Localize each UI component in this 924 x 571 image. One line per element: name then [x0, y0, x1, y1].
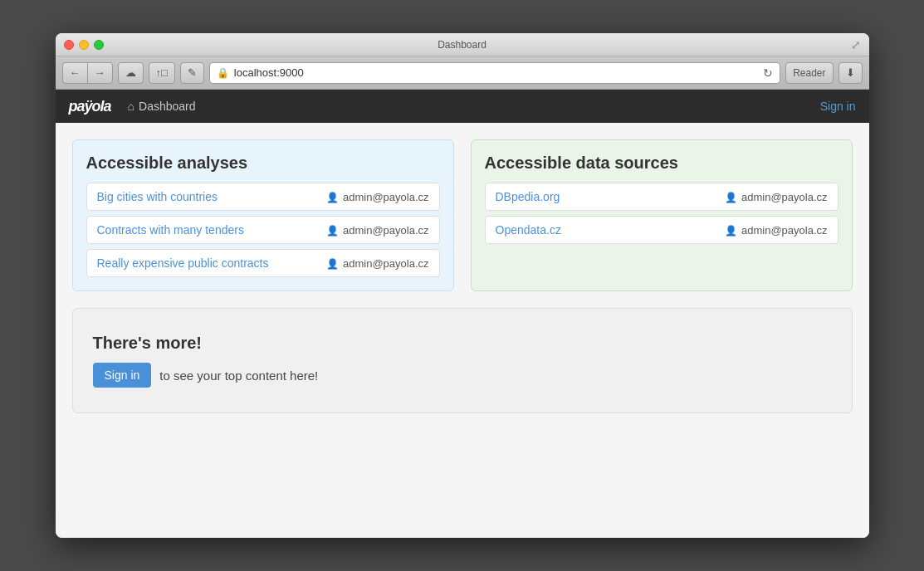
url-text: localhost:9000: [234, 66, 758, 79]
window-title: Dashboard: [438, 39, 486, 51]
analysis-link-3[interactable]: Really expensive public contracts: [97, 256, 269, 270]
resize-icon: ⤢: [851, 38, 861, 51]
datasource-link-2[interactable]: Opendata.cz: [496, 223, 561, 237]
signin-nav-link[interactable]: Sign in: [820, 100, 856, 113]
analysis-link-1[interactable]: Big cities with countries: [97, 190, 218, 203]
more-text: to see your top content here!: [159, 368, 318, 383]
url-bar[interactable]: 🔒 localhost:9000 ↻: [209, 62, 780, 84]
analysis-link-2[interactable]: Contracts with many tenders: [97, 223, 244, 237]
analyses-title: Accessible analyses: [86, 154, 440, 173]
list-item[interactable]: Big cities with countries admin@payola.c…: [86, 183, 440, 211]
close-button[interactable]: [64, 40, 74, 50]
title-bar: Dashboard ⤢: [56, 33, 869, 56]
maximize-button[interactable]: [94, 40, 104, 50]
more-content: Sign in to see your top content here!: [93, 363, 832, 388]
analyses-panel: Accessible analyses Big cities with coun…: [72, 139, 454, 291]
datasource-user-1: admin@payola.cz: [725, 191, 828, 203]
analysis-user-3: admin@payola.cz: [326, 257, 429, 270]
download-button[interactable]: ⬇: [838, 62, 863, 84]
minimize-button[interactable]: [79, 40, 89, 50]
datasource-user-2: admin@payola.cz: [725, 224, 828, 237]
home-icon: ⌂: [128, 100, 134, 113]
window-controls: [64, 40, 104, 50]
analysis-user-2: admin@payola.cz: [326, 224, 429, 237]
reader-button[interactable]: Reader: [785, 62, 833, 84]
bookmark-button[interactable]: ✎: [180, 62, 204, 84]
list-item[interactable]: Contracts with many tenders admin@payola…: [86, 216, 440, 244]
cloud-button[interactable]: ☁: [118, 62, 144, 84]
user-icon-3: [326, 257, 339, 270]
main-content: Accessible analyses Big cities with coun…: [56, 123, 869, 538]
dashboard-link[interactable]: ⌂ Dashboard: [128, 100, 196, 113]
user-icon-2: [326, 224, 339, 237]
datasources-panel: Accessible data sources DBpedia.org admi…: [471, 139, 853, 291]
user-icon-ds-2: [725, 224, 737, 237]
browser-window: Dashboard ⤢ ← → ☁ ↑□ ✎ 🔒 localhost:9000 …: [56, 33, 869, 538]
reload-icon: ↻: [763, 66, 773, 80]
secure-icon: 🔒: [217, 67, 229, 79]
signin-button[interactable]: Sign in: [93, 363, 152, 388]
list-item[interactable]: Opendata.cz admin@payola.cz: [485, 216, 838, 244]
user-icon-1: [326, 191, 339, 203]
analysis-user-1: admin@payola.cz: [326, 191, 429, 203]
datasources-title: Accessible data sources: [485, 154, 838, 173]
forward-button[interactable]: →: [87, 62, 113, 84]
share-button[interactable]: ↑□: [149, 62, 175, 84]
nav-bar: paÿola ⌂ Dashboard Sign in: [56, 90, 869, 123]
more-title: There's more!: [93, 334, 832, 353]
nav-buttons: ← →: [62, 62, 113, 84]
user-icon-ds-1: [725, 191, 737, 203]
back-button[interactable]: ←: [62, 62, 87, 84]
list-item[interactable]: DBpedia.org admin@payola.cz: [485, 183, 838, 211]
more-panel: There's more! Sign in to see your top co…: [72, 308, 853, 413]
logo: paÿola: [69, 98, 111, 115]
list-item[interactable]: Really expensive public contracts admin@…: [86, 249, 440, 277]
address-bar: ← → ☁ ↑□ ✎ 🔒 localhost:9000 ↻ Reader ⬇: [56, 56, 869, 90]
datasource-link-1[interactable]: DBpedia.org: [496, 190, 560, 203]
panels-row: Accessible analyses Big cities with coun…: [72, 139, 853, 291]
